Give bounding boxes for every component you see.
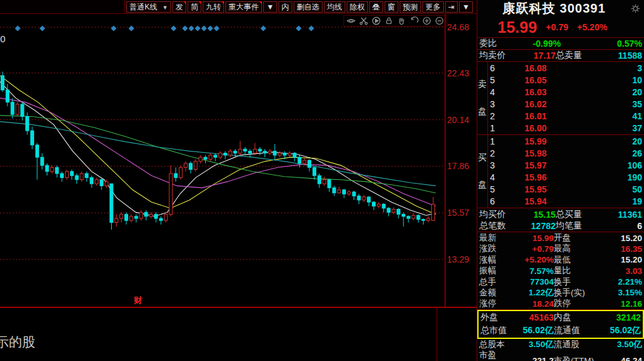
- toolbar-button-4[interactable]: 重大事件: [225, 1, 262, 13]
- candle-body: [56, 167, 59, 174]
- candle-body: [218, 153, 222, 157]
- toolbar-button-8[interactable]: 均线: [324, 1, 345, 13]
- stat-value: 45163: [508, 312, 554, 323]
- stat-row: 总手77304换手2.21%: [477, 276, 644, 287]
- eye-icon[interactable]: [346, 16, 356, 26]
- weibi-row: 委比 -0.99% 0.57%: [477, 38, 644, 50]
- stat-label: 开盘: [554, 232, 595, 244]
- stat-label: 振幅: [479, 265, 507, 276]
- candle-body: [95, 180, 98, 184]
- candle-body: [239, 149, 242, 153]
- event-diamond-icon: [111, 26, 117, 32]
- candle-body: [387, 208, 390, 212]
- toolbar-button-6[interactable]: 内: [278, 1, 292, 13]
- price-change: +0.79: [546, 22, 568, 32]
- price-row: 15.99 +0.79 +5.20%: [477, 17, 644, 38]
- toolbar-button-15[interactable]: ▼: [459, 1, 473, 13]
- toolbar-button-5[interactable]: ▼: [263, 1, 277, 13]
- sell-level-row[interactable]: 516.0510: [488, 74, 644, 86]
- toolbar-button-12[interactable]: 预测: [400, 1, 421, 13]
- sell-level-row[interactable]: 616.083: [488, 62, 644, 74]
- candle-body: [382, 204, 385, 208]
- candle-body: [169, 174, 172, 215]
- buy-level-row[interactable]: 415.96190: [488, 172, 644, 184]
- capital-stats: 总股本3.50亿流通股3.50亿市盈(静)221.2市盈(TTM)46.24: [477, 339, 644, 360]
- trading-app-window: 24.6822.4320.1417.8615.5713.2900财示的股 普通K…: [0, 0, 644, 361]
- hand-icon[interactable]: [397, 16, 407, 26]
- total-sell-value: 11588: [597, 50, 642, 61]
- toolbar-button-11[interactable]: 窗: [385, 1, 398, 13]
- lock-icon[interactable]: [384, 16, 394, 26]
- candle-body: [377, 204, 380, 206]
- buy-level-row[interactable]: 315.97106: [488, 159, 644, 171]
- scissors-icon[interactable]: [359, 16, 369, 26]
- level-price: 16.03: [500, 87, 571, 97]
- buy-level-row[interactable]: 115.9920: [488, 135, 644, 147]
- candle-body: [45, 165, 49, 172]
- zoom-in-icon[interactable]: [422, 16, 432, 26]
- y-axis-label: 20.14: [447, 115, 469, 125]
- buy-level-row[interactable]: 215.9826: [488, 147, 644, 159]
- toolbar-button-7[interactable]: 删自选: [294, 1, 323, 13]
- candle-body: [278, 153, 282, 155]
- toolbar-button-10[interactable]: 叠: [369, 1, 383, 13]
- highlighted-stat-row: 总市值56.02亿流通值56.02亿: [479, 324, 643, 338]
- play-icon[interactable]: [371, 16, 381, 26]
- buy-level-row[interactable]: 615.9419: [488, 196, 644, 208]
- candle-body: [357, 196, 361, 200]
- event-diamond-icon: [129, 26, 134, 32]
- buy-levels-list: 115.9920215.9826315.97106415.96190515.95…: [488, 135, 644, 208]
- sell-level-row[interactable]: 216.0141: [488, 110, 644, 122]
- toolbar-button-14[interactable]: ⇥: [445, 1, 458, 13]
- candle-body: [412, 215, 415, 218]
- ma-magenta-line: [0, 98, 436, 206]
- event-diamond-icon: [40, 26, 45, 32]
- candle-body: [313, 167, 316, 175]
- level-price: 15.99: [500, 136, 571, 146]
- buy-level-row[interactable]: 515.9550: [488, 184, 644, 196]
- toolbar-button-9[interactable]: 除权: [347, 1, 368, 13]
- total-buy-label: 总买量: [556, 209, 597, 220]
- toolbar-button-13[interactable]: 更多: [422, 1, 444, 13]
- candle-body: [35, 145, 39, 157]
- weibi-label: 委比: [479, 38, 508, 49]
- stock-title-bar: 康跃科技 300391: [477, 0, 644, 17]
- stats-grid: 最新15.99开盘15.20涨跌+0.79最高16.35涨幅+5.20%最低15…: [477, 232, 644, 310]
- level-number: 3: [490, 99, 500, 109]
- level-price: 16.05: [500, 75, 571, 85]
- buy-panel-label: 买盘: [477, 135, 488, 208]
- candle-body: [105, 182, 108, 186]
- sell-level-row[interactable]: 316.0235: [488, 98, 644, 110]
- stat-value: +5.20%: [507, 255, 554, 264]
- toolbar-button-1[interactable]: 发: [172, 1, 186, 13]
- toolbar-button-2[interactable]: 简: [188, 1, 201, 13]
- stat-value: 15.20: [595, 255, 642, 264]
- sell-level-row[interactable]: 416.0320: [488, 86, 644, 98]
- candle-body: [268, 151, 271, 153]
- candle-body: [303, 160, 306, 163]
- candle-body: [150, 215, 153, 216]
- toolbar-button-3[interactable]: 九转: [203, 1, 224, 13]
- zoom-out-icon[interactable]: [434, 16, 444, 26]
- stat-label: 涨幅: [479, 254, 507, 266]
- stat-label: 跌停: [554, 298, 595, 309]
- candle-body: [397, 210, 400, 215]
- buy-label-char: 买: [478, 152, 487, 163]
- toolbar-button-0[interactable]: 普通K线▼: [126, 1, 171, 13]
- level-price: 16.01: [500, 111, 571, 121]
- stat-value: 3.50亿: [507, 339, 554, 350]
- stat-row: 涨停18.24跌停12.16: [477, 298, 644, 309]
- weibi-value: -0.99%: [508, 38, 585, 49]
- stat-label: 涨停: [479, 298, 507, 309]
- undo-icon[interactable]: [409, 16, 419, 26]
- candle-body: [100, 180, 103, 186]
- stat-label: 流通股: [554, 339, 595, 350]
- sell-level-row[interactable]: 116.0037: [488, 122, 644, 134]
- kline-chart[interactable]: 24.6822.4320.1417.8615.5713.2900财示的股: [0, 0, 477, 361]
- candle-body: [293, 153, 296, 157]
- candle-body: [214, 155, 217, 157]
- stat-label: 量比: [554, 265, 595, 276]
- total-sell-label: 总卖量: [556, 50, 597, 61]
- gear-icon[interactable]: [630, 4, 640, 14]
- candle-body: [155, 215, 158, 218]
